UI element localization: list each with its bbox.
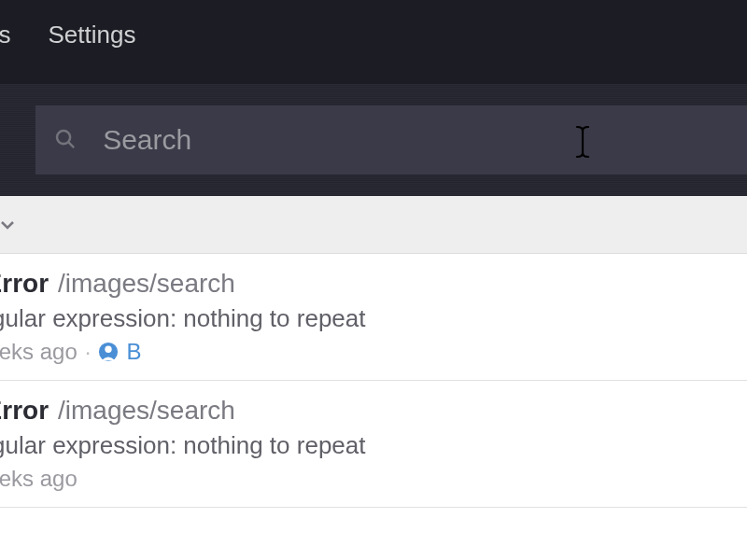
search-box[interactable] (35, 105, 747, 175)
error-path: /images/search (58, 269, 235, 299)
separator-dot: · (85, 339, 92, 365)
user-initial: B (126, 339, 141, 365)
error-message: regular expression: nothing to repeat (0, 431, 747, 460)
nav-item-settings[interactable]: Settings (48, 21, 135, 49)
error-type: xError (0, 396, 49, 426)
error-meta: weeks ago (0, 466, 747, 492)
svg-point-3 (106, 346, 112, 353)
filter-bar (0, 196, 747, 254)
error-path: /images/search (58, 396, 235, 426)
search-input[interactable] (103, 124, 747, 156)
nav-item-issues[interactable]: es (0, 21, 10, 49)
svg-point-0 (57, 131, 70, 144)
search-icon (54, 128, 77, 152)
error-time: weeks ago (0, 339, 78, 365)
svg-line-1 (69, 143, 75, 148)
error-meta: weeks ago · B (0, 339, 747, 365)
search-bar-container (0, 84, 747, 196)
error-message: regular expression: nothing to repeat (0, 304, 747, 333)
error-item[interactable]: xError /images/search regular expression… (0, 254, 747, 381)
chevron-down-icon[interactable] (0, 214, 19, 236)
top-navigation: es Settings (0, 0, 747, 84)
error-item[interactable]: xError /images/search regular expression… (0, 381, 747, 508)
error-type: xError (0, 269, 49, 299)
user-avatar-icon (98, 342, 119, 362)
error-time: weeks ago (0, 466, 78, 492)
error-list: xError /images/search regular expression… (0, 254, 747, 508)
